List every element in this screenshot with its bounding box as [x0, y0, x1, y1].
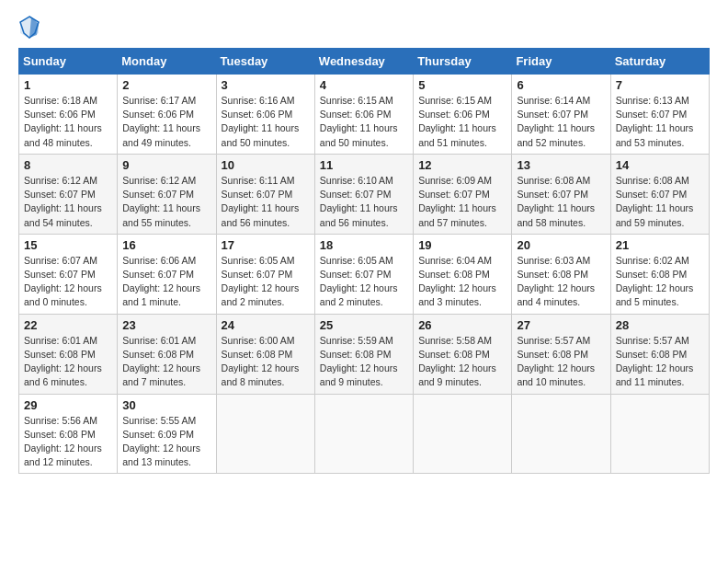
calendar-cell: 13 Sunrise: 6:08 AM Sunset: 6:07 PM Dayl…	[512, 154, 610, 234]
calendar-cell: 19 Sunrise: 6:04 AM Sunset: 6:08 PM Dayl…	[414, 234, 512, 314]
logo-icon	[18, 15, 40, 40]
week-row-3: 15 Sunrise: 6:07 AM Sunset: 6:07 PM Dayl…	[19, 234, 710, 314]
calendar-cell: 12 Sunrise: 6:09 AM Sunset: 6:07 PM Dayl…	[414, 154, 512, 234]
calendar-cell: 25 Sunrise: 5:59 AM Sunset: 6:08 PM Dayl…	[314, 314, 413, 394]
day-info: Sunrise: 6:13 AM Sunset: 6:07 PM Dayligh…	[616, 94, 704, 150]
day-info: Sunrise: 6:17 AM Sunset: 6:06 PM Dayligh…	[122, 94, 210, 150]
day-info: Sunrise: 5:57 AM Sunset: 6:08 PM Dayligh…	[517, 334, 605, 390]
calendar-cell: 23 Sunrise: 6:01 AM Sunset: 6:08 PM Dayl…	[118, 314, 216, 394]
day-number: 21	[616, 238, 704, 252]
day-info: Sunrise: 6:01 AM Sunset: 6:08 PM Dayligh…	[24, 334, 112, 390]
day-info: Sunrise: 6:05 AM Sunset: 6:07 PM Dayligh…	[222, 254, 310, 310]
calendar-cell: 27 Sunrise: 5:57 AM Sunset: 6:08 PM Dayl…	[512, 314, 610, 394]
day-number: 10	[222, 158, 310, 172]
day-info: Sunrise: 6:05 AM Sunset: 6:07 PM Dayligh…	[320, 254, 408, 310]
day-number: 4	[320, 78, 408, 92]
day-info: Sunrise: 6:12 AM Sunset: 6:07 PM Dayligh…	[24, 174, 112, 230]
calendar-cell: 6 Sunrise: 6:14 AM Sunset: 6:07 PM Dayli…	[512, 75, 610, 155]
day-info: Sunrise: 5:58 AM Sunset: 6:08 PM Dayligh…	[418, 334, 506, 390]
week-row-1: 1 Sunrise: 6:18 AM Sunset: 6:06 PM Dayli…	[19, 75, 710, 155]
calendar-cell	[414, 394, 512, 474]
calendar-cell: 4 Sunrise: 6:15 AM Sunset: 6:06 PM Dayli…	[314, 75, 413, 155]
calendar-cell: 20 Sunrise: 6:03 AM Sunset: 6:08 PM Dayl…	[512, 234, 610, 314]
day-info: Sunrise: 6:18 AM Sunset: 6:06 PM Dayligh…	[24, 94, 112, 150]
day-number: 9	[122, 158, 210, 172]
calendar-cell	[512, 394, 610, 474]
calendar-cell	[314, 394, 413, 474]
day-number: 23	[122, 318, 210, 332]
calendar-cell: 15 Sunrise: 6:07 AM Sunset: 6:07 PM Dayl…	[19, 234, 118, 314]
day-info: Sunrise: 6:00 AM Sunset: 6:08 PM Dayligh…	[222, 334, 310, 390]
day-info: Sunrise: 6:06 AM Sunset: 6:07 PM Dayligh…	[122, 254, 210, 310]
calendar-cell: 17 Sunrise: 6:05 AM Sunset: 6:07 PM Dayl…	[216, 234, 314, 314]
day-number: 11	[320, 158, 408, 172]
day-info: Sunrise: 6:16 AM Sunset: 6:06 PM Dayligh…	[222, 94, 310, 150]
day-number: 5	[418, 78, 506, 92]
weekday-header-saturday: Saturday	[610, 49, 709, 75]
day-info: Sunrise: 6:01 AM Sunset: 6:08 PM Dayligh…	[122, 334, 210, 390]
calendar-cell	[610, 394, 709, 474]
calendar-cell: 14 Sunrise: 6:08 AM Sunset: 6:07 PM Dayl…	[610, 154, 709, 234]
calendar-cell: 3 Sunrise: 6:16 AM Sunset: 6:06 PM Dayli…	[216, 75, 314, 155]
day-number: 20	[517, 238, 605, 252]
day-number: 17	[222, 238, 310, 252]
day-info: Sunrise: 6:08 AM Sunset: 6:07 PM Dayligh…	[517, 174, 605, 230]
calendar-cell	[216, 394, 314, 474]
day-number: 19	[418, 238, 506, 252]
day-info: Sunrise: 6:08 AM Sunset: 6:07 PM Dayligh…	[616, 174, 704, 230]
calendar-cell: 18 Sunrise: 6:05 AM Sunset: 6:07 PM Dayl…	[314, 234, 413, 314]
week-row-2: 8 Sunrise: 6:12 AM Sunset: 6:07 PM Dayli…	[19, 154, 710, 234]
day-number: 14	[616, 158, 704, 172]
weekday-header-tuesday: Tuesday	[216, 49, 314, 75]
day-info: Sunrise: 6:09 AM Sunset: 6:07 PM Dayligh…	[418, 174, 506, 230]
calendar-cell: 30 Sunrise: 5:55 AM Sunset: 6:09 PM Dayl…	[118, 394, 216, 474]
calendar-table: SundayMondayTuesdayWednesdayThursdayFrid…	[18, 48, 710, 474]
logo	[18, 15, 42, 40]
calendar-cell: 28 Sunrise: 5:57 AM Sunset: 6:08 PM Dayl…	[610, 314, 709, 394]
week-row-4: 22 Sunrise: 6:01 AM Sunset: 6:08 PM Dayl…	[19, 314, 710, 394]
day-number: 13	[517, 158, 605, 172]
calendar-cell: 24 Sunrise: 6:00 AM Sunset: 6:08 PM Dayl…	[216, 314, 314, 394]
weekday-header-wednesday: Wednesday	[314, 49, 413, 75]
day-info: Sunrise: 6:15 AM Sunset: 6:06 PM Dayligh…	[418, 94, 506, 150]
day-info: Sunrise: 5:57 AM Sunset: 6:08 PM Dayligh…	[616, 334, 704, 390]
day-number: 8	[24, 158, 112, 172]
day-number: 28	[616, 318, 704, 332]
day-number: 2	[122, 78, 210, 92]
page-header	[18, 15, 710, 40]
calendar-cell: 21 Sunrise: 6:02 AM Sunset: 6:08 PM Dayl…	[610, 234, 709, 314]
day-info: Sunrise: 6:10 AM Sunset: 6:07 PM Dayligh…	[320, 174, 408, 230]
day-number: 22	[24, 318, 112, 332]
day-number: 30	[122, 398, 210, 412]
day-info: Sunrise: 6:07 AM Sunset: 6:07 PM Dayligh…	[24, 254, 112, 310]
day-number: 18	[320, 238, 408, 252]
calendar-header-row: SundayMondayTuesdayWednesdayThursdayFrid…	[19, 49, 710, 75]
day-info: Sunrise: 6:15 AM Sunset: 6:06 PM Dayligh…	[320, 94, 408, 150]
weekday-header-sunday: Sunday	[19, 49, 118, 75]
calendar-cell: 2 Sunrise: 6:17 AM Sunset: 6:06 PM Dayli…	[118, 75, 216, 155]
day-number: 24	[222, 318, 310, 332]
day-number: 25	[320, 318, 408, 332]
calendar-cell: 29 Sunrise: 5:56 AM Sunset: 6:08 PM Dayl…	[19, 394, 118, 474]
day-number: 27	[517, 318, 605, 332]
calendar-cell: 16 Sunrise: 6:06 AM Sunset: 6:07 PM Dayl…	[118, 234, 216, 314]
calendar-cell: 26 Sunrise: 5:58 AM Sunset: 6:08 PM Dayl…	[414, 314, 512, 394]
day-info: Sunrise: 6:02 AM Sunset: 6:08 PM Dayligh…	[616, 254, 704, 310]
day-number: 26	[418, 318, 506, 332]
calendar-cell: 5 Sunrise: 6:15 AM Sunset: 6:06 PM Dayli…	[414, 75, 512, 155]
weekday-header-monday: Monday	[118, 49, 216, 75]
calendar-cell: 8 Sunrise: 6:12 AM Sunset: 6:07 PM Dayli…	[19, 154, 118, 234]
day-info: Sunrise: 5:59 AM Sunset: 6:08 PM Dayligh…	[320, 334, 408, 390]
calendar-cell: 10 Sunrise: 6:11 AM Sunset: 6:07 PM Dayl…	[216, 154, 314, 234]
calendar-cell: 9 Sunrise: 6:12 AM Sunset: 6:07 PM Dayli…	[118, 154, 216, 234]
day-number: 29	[24, 398, 112, 412]
day-info: Sunrise: 5:56 AM Sunset: 6:08 PM Dayligh…	[24, 414, 112, 470]
week-row-5: 29 Sunrise: 5:56 AM Sunset: 6:08 PM Dayl…	[19, 394, 710, 474]
day-number: 1	[24, 78, 112, 92]
day-number: 3	[222, 78, 310, 92]
weekday-header-thursday: Thursday	[414, 49, 512, 75]
day-number: 16	[122, 238, 210, 252]
calendar-cell: 1 Sunrise: 6:18 AM Sunset: 6:06 PM Dayli…	[19, 75, 118, 155]
day-number: 7	[616, 78, 704, 92]
day-info: Sunrise: 5:55 AM Sunset: 6:09 PM Dayligh…	[122, 414, 210, 470]
